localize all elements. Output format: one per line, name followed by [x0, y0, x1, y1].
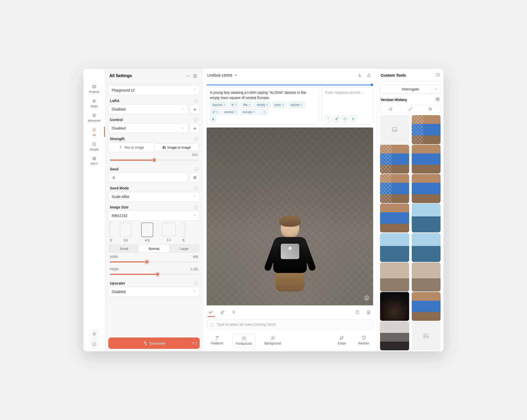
upscaler-select[interactable]: Disabled	[108, 287, 200, 297]
info-icon[interactable]: i	[194, 137, 198, 141]
history-tabs[interactable]	[380, 105, 441, 113]
image-size-select[interactable]: 896x1152	[108, 211, 200, 221]
neg-add-icon[interactable]: ⊕	[350, 115, 356, 122]
lora-add-button[interactable]: ＋	[190, 104, 200, 114]
settings-save-icon[interactable]	[191, 72, 199, 79]
history-thumb[interactable]	[412, 174, 441, 203]
count-stepper-icon[interactable]: ▴▾	[193, 342, 194, 345]
chip-remove-icon[interactable]: ⊟	[249, 103, 251, 106]
history-thumb[interactable]	[412, 145, 441, 174]
canvas[interactable]	[207, 127, 373, 305]
history-thumb[interactable]	[412, 292, 441, 321]
chip-add[interactable]: ⊕	[210, 116, 216, 122]
prompt-chip[interactable]: the⊟	[241, 102, 253, 108]
model-select[interactable]: Playground v2	[108, 85, 200, 95]
chip-remove-icon[interactable]: ⊟	[266, 103, 268, 106]
download-icon[interactable]	[356, 72, 363, 79]
strength-slider[interactable]	[110, 158, 198, 162]
prompt-chip[interactable]: europe⊟	[240, 109, 258, 115]
blank-page-icon[interactable]	[354, 308, 361, 317]
chip-remove-icon[interactable]: ⊟	[216, 111, 218, 113]
chip-remove-icon[interactable]: ⊟	[301, 103, 303, 106]
chip-remove-icon[interactable]: ⊟	[235, 103, 237, 106]
image-to-image-opt[interactable]: Image to Image	[154, 143, 199, 151]
interrogate-button[interactable]: Interrogate	[380, 85, 441, 94]
brush-tool[interactable]	[230, 308, 238, 317]
chip-remove-icon[interactable]: ⊟	[223, 103, 225, 106]
tool-freeform[interactable]: Freeform	[208, 333, 226, 347]
history-thumb[interactable]	[412, 204, 441, 233]
area-select-input[interactable]: Type to select an area (coming soon)	[207, 319, 373, 329]
history-tab-branch[interactable]	[400, 105, 420, 113]
history-thumb[interactable]	[380, 321, 409, 350]
rail-peft[interactable]: PEFT	[83, 153, 105, 168]
info-icon[interactable]: i	[194, 99, 198, 103]
rail-info-button[interactable]	[90, 340, 98, 348]
prompt-box[interactable]: A young boy wearing a t-shirt saying "AL…	[207, 87, 319, 125]
panel-layout-icon[interactable]	[435, 72, 440, 78]
history-thumb[interactable]	[380, 204, 409, 233]
control-add-button[interactable]: ＋	[190, 123, 200, 133]
thumb-placeholder[interactable]	[380, 115, 409, 144]
history-tab-recent[interactable]	[380, 105, 400, 113]
negative-prompt-box[interactable]: Enter negative prompt ... ⊕	[322, 87, 373, 125]
layers-icon[interactable]	[364, 295, 370, 302]
ratio-1-1[interactable]: 1:1	[159, 223, 178, 242]
history-thumb[interactable]	[380, 262, 409, 291]
size-segment[interactable]: Small Normal Large	[108, 244, 200, 253]
size-large[interactable]: Large	[169, 245, 199, 252]
history-thumb[interactable]	[412, 233, 441, 262]
tool-restore[interactable]: Restore	[355, 333, 372, 347]
tool-erase[interactable]: Erase	[335, 333, 349, 347]
grid-view-icon[interactable]	[435, 97, 440, 102]
progress-bar[interactable]	[207, 84, 373, 86]
history-thumb[interactable]	[380, 233, 409, 262]
tool-foreground[interactable]: Foreground	[233, 333, 255, 348]
tool-background[interactable]: Background	[261, 333, 284, 347]
seed-random-button[interactable]	[190, 173, 200, 182]
history-tab-coffee[interactable]	[420, 105, 440, 113]
control-select[interactable]: Disabled	[108, 123, 188, 133]
chip-remove-icon[interactable]: ⊟	[253, 111, 255, 113]
history-thumb[interactable]	[412, 262, 441, 291]
neg-clock-icon[interactable]	[341, 115, 348, 122]
info-icon[interactable]: i	[194, 281, 198, 285]
seed-input[interactable]	[108, 173, 188, 182]
prompt-chip[interactable]: square⊟	[288, 102, 305, 108]
rail-basic[interactable]: Basic	[83, 96, 105, 110]
rail-chip-button[interactable]	[90, 330, 98, 338]
history-thumb[interactable]	[412, 115, 441, 144]
width-slider[interactable]	[110, 260, 198, 264]
eraser-tool[interactable]	[219, 308, 226, 317]
info-icon[interactable]: i	[194, 205, 198, 209]
interrogate-dropdown[interactable]	[432, 85, 439, 94]
size-small[interactable]: Small	[109, 245, 139, 252]
strength-mode-segment[interactable]: Text to Image Image to Image	[108, 142, 200, 152]
rail-all[interactable]: All	[83, 125, 105, 139]
neg-attach-icon[interactable]	[333, 115, 340, 122]
chip-remove-icon[interactable]: ⊟	[282, 103, 284, 106]
info-icon[interactable]: i	[194, 118, 198, 122]
share-icon[interactable]	[365, 72, 373, 79]
size-normal[interactable]: Normal	[139, 245, 169, 252]
prompt-text[interactable]: A young boy wearing a t-shirt saying "AL…	[210, 90, 316, 101]
ratio-4-5[interactable]: 4:5	[138, 223, 157, 242]
thumb-placeholder[interactable]	[412, 321, 441, 350]
history-thumb[interactable]	[380, 145, 409, 174]
generate-button[interactable]: Generate ▴▾1	[108, 337, 200, 349]
chip-remove-icon[interactable]: ⊟	[264, 111, 266, 113]
settings-more-icon[interactable]: ⋯	[184, 72, 191, 79]
height-slider[interactable]	[110, 272, 198, 277]
image-page-icon[interactable]	[365, 308, 372, 317]
history-thumb[interactable]	[380, 292, 409, 321]
prompt-chip[interactable]: empty⊟	[254, 102, 271, 108]
ratio-3-4[interactable]: 3:4	[116, 223, 135, 242]
prompt-chip[interactable]: in⊟	[229, 102, 239, 108]
rail-advanced[interactable]: Advanced	[83, 110, 105, 125]
info-icon[interactable]: i	[194, 186, 198, 190]
prompt-chip[interactable]: central⊟	[222, 109, 239, 115]
prompt-chip[interactable]: dances⊟	[210, 102, 228, 108]
seed-mode-select[interactable]: Scale Alike	[108, 192, 200, 202]
history-thumb[interactable]	[380, 174, 409, 203]
lora-select[interactable]: Disabled	[108, 104, 188, 114]
